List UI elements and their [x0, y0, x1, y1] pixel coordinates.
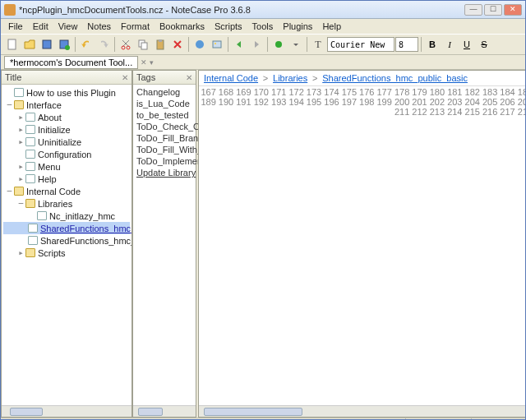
bold-button[interactable]: B	[424, 36, 441, 53]
svg-point-13	[275, 41, 282, 48]
note-icon	[25, 125, 35, 134]
tree-item-label: Uninitialize	[38, 137, 81, 147]
tree-hscroll[interactable]	[2, 405, 132, 417]
crumb-2[interactable]: Libraries	[273, 73, 307, 83]
fontsize-select[interactable]: 8	[395, 37, 418, 52]
font-select[interactable]: Courier New	[327, 37, 394, 52]
menubar: File Edit View Notes Format Bookmarks Sc…	[1, 19, 525, 34]
tags-close-icon[interactable]: ✕	[186, 73, 192, 82]
tree-item[interactable]: Nc_initlazy_hmc	[3, 210, 130, 222]
crumb-3[interactable]: SharedFunctions_hmc_public_basic	[322, 73, 468, 83]
window-title: *ncpPlugin_hmcDocumentTools.ncz - NoteCa…	[19, 5, 464, 15]
tree-item[interactable]: How to use this Plugin	[3, 86, 130, 99]
tag-item[interactable]: to_be_tested	[136, 109, 192, 121]
delete-icon[interactable]	[169, 36, 186, 53]
tree-item-label: Libraries	[38, 199, 72, 209]
menu-bookmarks[interactable]: Bookmarks	[155, 21, 209, 32]
toolbar: T Courier New 8 B I U S	[1, 34, 525, 55]
menu-tools[interactable]: Tools	[248, 21, 278, 32]
document-tabs: *hermocom's Document Tool... ✕ ▾	[1, 55, 525, 70]
tree-item-label: Initialize	[38, 125, 71, 135]
tree-item[interactable]: SharedFunctions_hmc_public_basic	[3, 222, 130, 234]
menu-file[interactable]: File	[4, 21, 27, 32]
menu-plugins[interactable]: Plugins	[279, 21, 316, 32]
tag-item[interactable]: is_Lua_Code	[136, 98, 192, 109]
tag-item[interactable]: ToDo_Check_Commented	[136, 121, 192, 132]
tree-view[interactable]: How to use this Plugin−Interface▸About▸I…	[2, 85, 132, 405]
tree-item[interactable]: −Internal Code	[3, 185, 130, 197]
tree-item[interactable]: ▸Menu	[3, 160, 130, 173]
italic-button[interactable]: I	[441, 36, 458, 53]
tree-item-label: Nc_initlazy_hmc	[49, 211, 115, 221]
tree-item-label: SharedFunctions_hmc_public_basic	[40, 224, 132, 233]
image-icon[interactable]	[209, 36, 225, 53]
menu-edit[interactable]: Edit	[29, 21, 53, 32]
tree-item[interactable]: −Libraries	[3, 197, 130, 210]
note-icon	[25, 162, 35, 171]
tree-item[interactable]: −Interface	[3, 99, 130, 111]
save-icon[interactable]	[39, 36, 55, 53]
saveas-icon[interactable]	[56, 36, 72, 53]
note-icon	[25, 174, 35, 183]
titlebar: *ncpPlugin_hmcDocumentTools.ncz - NoteCa…	[1, 1, 525, 19]
tag-item[interactable]: ToDo_Fill_Branch	[136, 132, 192, 144]
tree-item[interactable]: ▸Help	[3, 173, 130, 185]
tag-item[interactable]: Update Library	[136, 167, 192, 178]
tab-dropdown-icon[interactable]: ▾	[150, 58, 154, 67]
tab-close-icon[interactable]: ✕	[141, 58, 147, 67]
note-icon	[14, 88, 24, 97]
svg-rect-11	[213, 41, 221, 48]
left-icon[interactable]	[231, 36, 247, 53]
record-icon[interactable]	[270, 36, 287, 53]
text-icon[interactable]: T	[310, 36, 326, 53]
tags-hscroll[interactable]	[133, 405, 196, 417]
cut-icon[interactable]	[118, 36, 134, 53]
close-button[interactable]: ✕	[504, 4, 522, 16]
menu-help[interactable]: Help	[318, 21, 345, 32]
copy-icon[interactable]	[135, 36, 151, 53]
dropdown-icon[interactable]	[288, 36, 304, 53]
redo-icon[interactable]	[95, 36, 112, 53]
minimize-button[interactable]: —	[464, 4, 482, 16]
note-icon	[25, 150, 35, 159]
tree-item[interactable]: ▸Scripts	[3, 247, 130, 259]
app-icon	[4, 4, 16, 16]
menu-notes[interactable]: Notes	[83, 21, 115, 32]
new-icon[interactable]	[4, 36, 21, 53]
open-icon[interactable]	[21, 36, 38, 53]
tag-item[interactable]: Changelog	[136, 86, 192, 98]
tree-header: Title ✕	[2, 71, 132, 85]
tag-item[interactable]: ToDo_Implement_Script	[136, 155, 192, 167]
link-icon[interactable]	[191, 36, 208, 53]
editor-panel: Internal Code > Libraries > SharedFuncti…	[198, 70, 526, 418]
tree-item-label: Help	[38, 174, 57, 184]
tree-item[interactable]: Configuration	[3, 148, 130, 160]
note-icon	[28, 224, 38, 233]
strike-button[interactable]: S	[476, 36, 492, 53]
menu-view[interactable]: View	[54, 21, 82, 32]
undo-icon[interactable]	[78, 36, 95, 53]
folder-icon	[25, 199, 35, 208]
underline-button[interactable]: U	[459, 36, 475, 53]
code-editor[interactable]: 167 168 169 170 171 172 173 174 175 176 …	[199, 86, 526, 405]
menu-format[interactable]: Format	[117, 21, 154, 32]
tree-close-icon[interactable]: ✕	[122, 73, 128, 82]
tag-item[interactable]: ToDo_Fill_With_Content	[136, 144, 192, 155]
tree-item[interactable]: ▸Initialize	[3, 123, 130, 136]
editor-hscroll[interactable]	[199, 405, 526, 417]
folder-icon	[25, 248, 35, 257]
menu-scripts[interactable]: Scripts	[210, 21, 247, 32]
note-icon	[37, 211, 47, 220]
document-tab[interactable]: *hermocom's Document Tool...	[4, 56, 138, 69]
line-gutter: 167 168 169 170 171 172 173 174 175 176 …	[199, 86, 526, 405]
right-icon[interactable]	[248, 36, 265, 53]
maximize-button[interactable]: ☐	[484, 4, 502, 16]
tree-item[interactable]: SharedFunctions_hmc_public_extended	[3, 234, 130, 247]
svg-rect-0	[8, 39, 16, 49]
folder-icon	[14, 187, 24, 196]
tags-list[interactable]: Changelogis_Lua_Codeto_be_testedToDo_Che…	[133, 85, 196, 405]
paste-icon[interactable]	[152, 36, 168, 53]
tree-item[interactable]: ▸Uninitialize	[3, 136, 130, 148]
crumb-1[interactable]: Internal Code	[204, 73, 258, 83]
tree-item[interactable]: ▸About	[3, 111, 130, 123]
